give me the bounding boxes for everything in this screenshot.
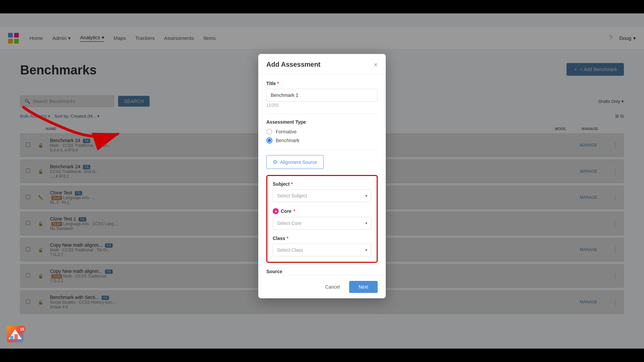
badge-count: 15 bbox=[19, 326, 25, 333]
divider bbox=[266, 149, 378, 150]
core-group: ★ Core * Select Core ▾ bbox=[273, 208, 371, 230]
svg-rect-7 bbox=[14, 334, 18, 339]
core-select[interactable]: Select Core bbox=[273, 217, 371, 230]
title-group: Title * 11/255 bbox=[266, 81, 378, 108]
assessment-type-label: Assessment Type bbox=[266, 119, 378, 125]
svg-rect-6 bbox=[10, 336, 13, 339]
subject-select[interactable]: Select Subject bbox=[273, 189, 371, 202]
radio-group: Formative Benchmark bbox=[266, 129, 378, 143]
gear-icon: ⚙ bbox=[273, 159, 277, 165]
radio-circle-benchmark bbox=[266, 137, 272, 143]
title-input[interactable] bbox=[266, 89, 378, 102]
class-select[interactable]: Select Class bbox=[273, 244, 371, 256]
radio-formative[interactable]: Formative bbox=[266, 129, 378, 135]
radio-circle-formative bbox=[266, 129, 272, 135]
core-label: ★ Core * bbox=[273, 208, 371, 214]
class-label: Class * bbox=[273, 236, 371, 241]
cancel-button[interactable]: Cancel bbox=[320, 281, 345, 293]
title-label: Title * bbox=[266, 81, 378, 86]
core-select-wrapper: Select Core ▾ bbox=[273, 217, 371, 230]
char-count: 11/255 bbox=[266, 103, 378, 108]
highlight-section: Subject * Select Subject ▾ ★ Core * bbox=[266, 175, 378, 263]
modal-title: Add Assessment bbox=[266, 61, 321, 68]
alignment-source-button[interactable]: ⚙ Alignment Source bbox=[266, 155, 324, 169]
divider bbox=[266, 114, 378, 114]
class-select-wrapper: Select Class ▾ bbox=[273, 244, 371, 256]
core-icon: ★ bbox=[273, 208, 279, 214]
modal-footer: Cancel Next bbox=[258, 275, 386, 298]
subject-select-wrapper: Select Subject ▾ bbox=[273, 189, 371, 202]
radio-benchmark[interactable]: Benchmark bbox=[266, 137, 378, 143]
next-button[interactable]: Next bbox=[349, 281, 378, 293]
subject-group: Subject * Select Subject ▾ bbox=[273, 181, 371, 202]
source-group: Source Item bbox=[266, 269, 378, 275]
class-group: Class * Select Class ▾ bbox=[273, 236, 371, 256]
modal-body: Title * 11/255 Assessment Type Formative… bbox=[258, 74, 386, 275]
add-assessment-modal: Add Assessment × Title * 11/255 Assessme… bbox=[258, 54, 386, 298]
modal-close-button[interactable]: × bbox=[374, 61, 378, 68]
assessment-type-group: Assessment Type Formative Benchmark bbox=[266, 119, 378, 143]
subject-label: Subject * bbox=[273, 181, 371, 187]
source-label: Source bbox=[266, 269, 378, 274]
modal-header: Add Assessment × bbox=[258, 54, 386, 74]
app-badge[interactable]: 15 bbox=[7, 326, 25, 345]
